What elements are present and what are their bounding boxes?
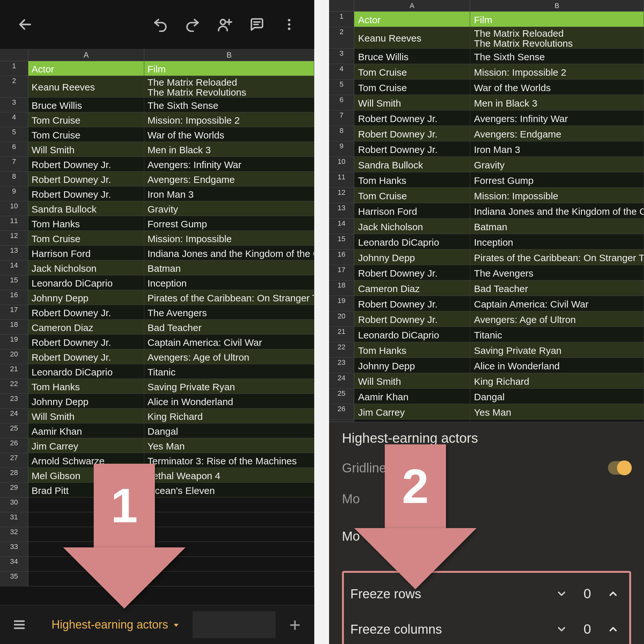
row-header[interactable]: 27 <box>0 453 28 468</box>
row-header[interactable]: 26 <box>329 404 354 419</box>
cell[interactable]: Tom Cruise <box>354 80 470 95</box>
cell[interactable]: Terminator 3: Rise of the Machines <box>144 453 314 468</box>
row-header[interactable]: 24 <box>0 409 28 423</box>
row-header[interactable]: 14 <box>329 219 354 234</box>
row-header[interactable]: 10 <box>329 157 354 172</box>
row-header[interactable]: 22 <box>329 342 354 357</box>
row-header[interactable]: 5 <box>0 127 28 142</box>
cell[interactable]: Robert Downey Jr. <box>28 305 144 319</box>
cell[interactable]: Lethal Weapon 4 <box>144 468 314 482</box>
col-header-a[interactable]: A <box>28 49 144 61</box>
cell[interactable]: Titanic <box>144 364 314 379</box>
cell[interactable]: Film <box>144 61 314 76</box>
cell[interactable] <box>144 572 314 586</box>
cell[interactable]: Iron Man 3 <box>470 141 644 156</box>
row-header[interactable]: 2 <box>329 27 354 48</box>
spreadsheet-grid[interactable]: A B 1ActorFilm2Keanu ReevesThe Matrix Re… <box>0 49 314 605</box>
cell[interactable]: Robert Downey Jr. <box>28 157 144 171</box>
cell[interactable]: Jack Nicholson <box>354 219 470 234</box>
cell[interactable] <box>144 542 314 556</box>
row-header[interactable]: 16 <box>329 250 354 265</box>
cell[interactable]: Robert Downey Jr. <box>28 172 144 186</box>
cell[interactable]: Avengers: Infinity War <box>144 157 314 171</box>
row-header[interactable]: 30 <box>0 497 28 512</box>
cell[interactable]: Robert Downey Jr. <box>28 335 144 349</box>
row-header[interactable]: 23 <box>329 358 354 373</box>
cell[interactable] <box>28 527 144 542</box>
row-header[interactable]: 19 <box>329 296 354 311</box>
cell[interactable]: The Avengers <box>144 305 314 319</box>
cell[interactable]: Robert Downey Jr. <box>354 311 470 327</box>
cell[interactable]: Men in Black 3 <box>144 142 314 156</box>
row-header[interactable]: 13 <box>329 203 354 218</box>
cell[interactable]: Will Smith <box>28 409 144 423</box>
row-header[interactable]: 12 <box>0 231 28 245</box>
share-button[interactable] <box>209 8 241 41</box>
cell[interactable]: Harrison Ford <box>28 246 144 260</box>
cell[interactable]: War of the Worlds <box>144 127 314 142</box>
cell[interactable]: Avengers: Age of Ultron <box>470 311 644 327</box>
row-header[interactable]: 1 <box>329 12 354 27</box>
cell[interactable]: Leonardo DiCaprio <box>28 364 144 379</box>
cell[interactable]: Bruce Willis <box>28 98 144 112</box>
cell[interactable]: Tom Hanks <box>354 172 470 187</box>
cell[interactable]: Avengers: Endgame <box>144 172 314 186</box>
cell[interactable]: Robert Downey Jr. <box>354 296 470 311</box>
cell[interactable]: Captain America: Civil War <box>470 296 644 311</box>
cell[interactable]: Robert Downey Jr. <box>354 110 470 126</box>
undo-button[interactable] <box>144 8 176 41</box>
cell[interactable]: War of the Worlds <box>470 80 644 95</box>
add-sheet-button[interactable]: + <box>276 614 314 636</box>
cell[interactable]: Tom Cruise <box>28 127 144 142</box>
row-header[interactable]: 3 <box>329 49 354 64</box>
cell[interactable]: Robert Downey Jr. <box>28 186 144 201</box>
row-header[interactable]: 23 <box>0 394 28 408</box>
row-header[interactable]: 20 <box>329 311 354 327</box>
row-header[interactable]: 12 <box>329 188 354 203</box>
cell[interactable]: Leonardo DiCaprio <box>354 327 470 342</box>
cell[interactable]: Jim Carrey <box>28 438 144 453</box>
cell[interactable]: Alice in Wonderland <box>470 358 644 373</box>
cell[interactable]: Indiana Jones and the Kingdom of the C <box>144 246 314 260</box>
cell[interactable]: Cameron Diaz <box>354 280 470 296</box>
cell[interactable] <box>28 497 144 512</box>
cell[interactable]: Ocean's Eleven <box>144 483 314 497</box>
row-header[interactable]: 10 <box>0 201 28 216</box>
cell[interactable]: Inception <box>144 275 314 290</box>
cell[interactable]: The Matrix ReloadedThe Matrix Revolution… <box>470 27 644 48</box>
cell[interactable]: Mel Gibson <box>28 468 144 482</box>
cell[interactable]: Bad Teacher <box>144 320 314 334</box>
cell[interactable]: King Richard <box>144 409 314 423</box>
row-header[interactable]: 3 <box>0 98 28 112</box>
cell[interactable]: Alice in Wonderland <box>144 394 314 408</box>
row-header[interactable]: 24 <box>329 373 354 388</box>
cell[interactable] <box>144 527 314 542</box>
cell[interactable]: Will Smith <box>28 142 144 156</box>
row-header[interactable]: 2 <box>0 76 28 97</box>
cell[interactable]: The Matrix ReloadedThe Matrix Revolution… <box>144 76 314 97</box>
cell[interactable]: Cameron Diaz <box>28 320 144 334</box>
cell[interactable] <box>144 497 314 512</box>
row-header[interactable]: 21 <box>329 327 354 342</box>
cell[interactable]: Aamir Khan <box>354 389 470 404</box>
row-header[interactable]: 4 <box>0 112 28 127</box>
cell[interactable]: Pirates of the Caribbean: On Stranger T <box>144 290 314 305</box>
cell[interactable]: Jack Nicholson <box>28 260 144 275</box>
cell[interactable]: Johnny Depp <box>354 250 470 265</box>
cell[interactable]: Keanu Reeves <box>354 27 470 48</box>
cell[interactable]: King Richard <box>470 373 644 388</box>
cell[interactable]: Bruce Willis <box>354 49 470 64</box>
row-header[interactable]: 28 <box>0 468 28 482</box>
cell[interactable]: Titanic <box>470 327 644 342</box>
cell[interactable]: Bad Teacher <box>470 280 644 296</box>
col-header-b[interactable]: B <box>470 0 644 12</box>
cell[interactable]: Actor <box>28 61 144 76</box>
row-header[interactable]: 21 <box>0 364 28 379</box>
cell[interactable] <box>144 512 314 527</box>
back-button[interactable] <box>9 8 41 41</box>
cell[interactable]: Tom Cruise <box>28 112 144 127</box>
row-header[interactable]: 6 <box>0 142 28 156</box>
freeze-cols-increment[interactable] <box>603 623 623 635</box>
row-header[interactable]: 16 <box>0 290 28 305</box>
cell[interactable] <box>28 512 144 527</box>
